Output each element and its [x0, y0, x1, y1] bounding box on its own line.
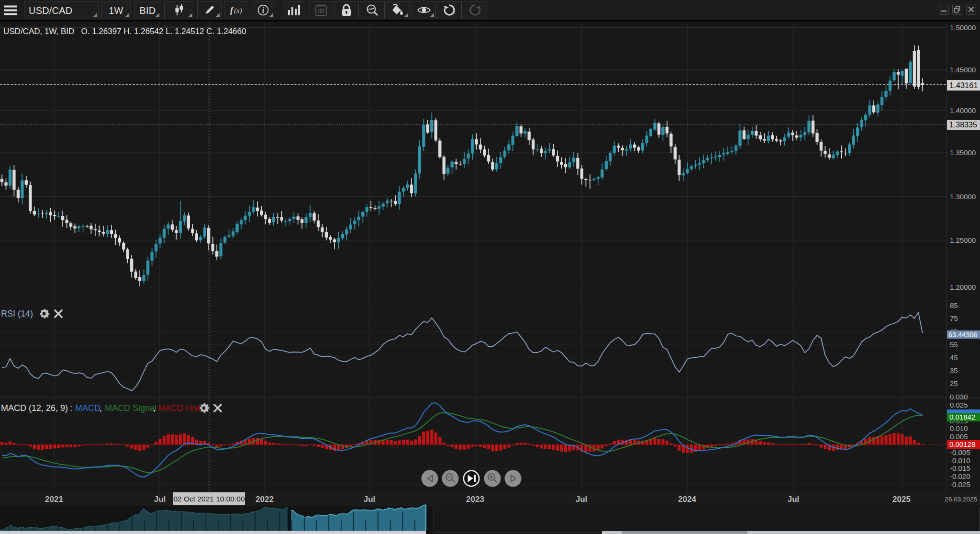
svg-text:35: 35 [950, 366, 958, 375]
svg-text:26.03.2025: 26.03.2025 [945, 496, 977, 503]
svg-text:0.00128: 0.00128 [949, 440, 975, 448]
svg-text:-0.025: -0.025 [950, 480, 970, 489]
svg-text:1.20000: 1.20000 [950, 283, 976, 291]
svg-text:MACD Hist: MACD Hist [158, 403, 200, 413]
svg-text:75: 75 [950, 314, 958, 322]
svg-text:Jul: Jul [788, 495, 800, 504]
svg-text:45: 45 [950, 353, 958, 362]
svg-text:85: 85 [950, 301, 958, 309]
svg-text:-0.005: -0.005 [950, 448, 970, 456]
svg-text:RSI (14): RSI (14) [1, 309, 33, 318]
svg-text:,: , [153, 403, 156, 413]
svg-text:2023: 2023 [466, 495, 484, 504]
svg-text:Jul: Jul [154, 495, 166, 504]
svg-text:1.25000: 1.25000 [950, 236, 976, 244]
svg-text:1.35000: 1.35000 [950, 148, 976, 157]
svg-text:25: 25 [950, 379, 958, 387]
svg-text:i: i [262, 6, 264, 14]
svg-text:0.005: 0.005 [950, 432, 968, 441]
svg-text:(x): (x) [234, 7, 242, 15]
svg-text:1.38335: 1.38335 [949, 121, 977, 129]
svg-text:1.40000: 1.40000 [950, 106, 976, 114]
svg-text:Jul: Jul [364, 495, 376, 504]
svg-text:MACD Signal: MACD Signal [105, 403, 156, 413]
svg-text:-0.020: -0.020 [950, 472, 970, 480]
svg-text:Jul: Jul [576, 495, 588, 504]
svg-text:1.50000: 1.50000 [950, 23, 976, 32]
svg-text:0.010: 0.010 [950, 424, 968, 432]
svg-text:0.030: 0.030 [950, 393, 968, 401]
svg-text:2025: 2025 [892, 495, 911, 504]
svg-text:MACD: MACD [75, 403, 100, 413]
svg-text:2024: 2024 [678, 495, 696, 504]
svg-text:f: f [230, 5, 234, 15]
svg-text:02 Oct 2021 10:00:00: 02 Oct 2021 10:00:00 [173, 495, 245, 503]
svg-text:,: , [100, 403, 102, 413]
svg-text:2022: 2022 [256, 495, 274, 504]
svg-text:2021: 2021 [45, 495, 63, 504]
svg-text:-0.015: -0.015 [950, 464, 970, 472]
svg-text:USD/CAD, 1W, BID O. 1.26397: USD/CAD, 1W, BID O. 1.26397 H. 1.26542 L… [3, 27, 246, 36]
svg-text:63.44306: 63.44306 [948, 331, 977, 339]
svg-text:MACD (12, 26, 9): MACD (12, 26, 9) [1, 403, 68, 413]
svg-text:0.01842: 0.01842 [949, 413, 975, 421]
svg-text:-0.010: -0.010 [950, 456, 970, 465]
svg-text:55: 55 [950, 341, 958, 349]
svg-text:1.43161: 1.43161 [949, 81, 978, 90]
svg-text::: : [70, 403, 72, 413]
svg-text:1.45000: 1.45000 [950, 66, 976, 74]
svg-text:1.30000: 1.30000 [950, 193, 976, 201]
svg-text:0.025: 0.025 [950, 401, 968, 409]
